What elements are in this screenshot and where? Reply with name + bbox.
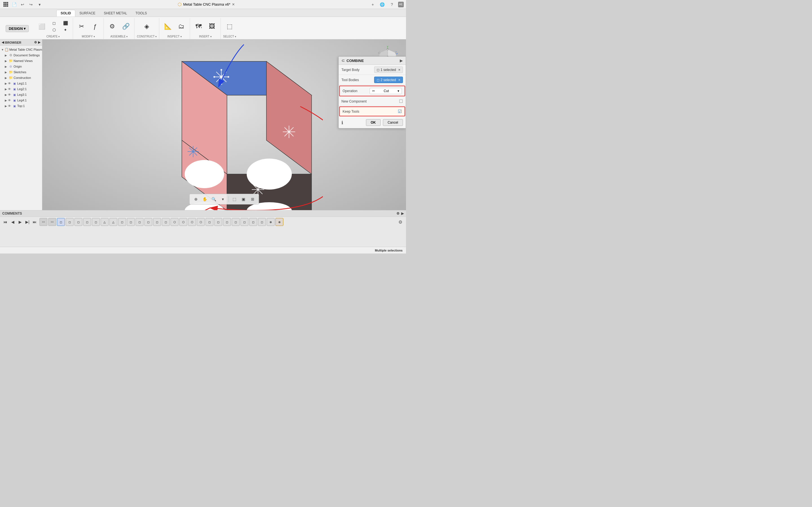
info-icon[interactable]: ℹ bbox=[342, 120, 343, 125]
timeline-item-5[interactable]: ◻ bbox=[74, 218, 82, 226]
vt-snap-btn[interactable]: ⊕ bbox=[192, 195, 200, 203]
modify-press-pull-btn[interactable]: ✂ bbox=[75, 19, 88, 34]
tree-item-doc-settings[interactable]: ▶ ⚙ Document Settings bbox=[0, 52, 42, 58]
target-body-clear-btn[interactable]: × bbox=[398, 68, 400, 72]
create-more1-btn[interactable]: ⬛ bbox=[60, 20, 70, 26]
redo-button[interactable]: ↪ bbox=[28, 1, 35, 8]
app-grid-button[interactable] bbox=[2, 1, 9, 8]
leg1-toggle[interactable]: ▶ bbox=[4, 82, 8, 85]
root-toggle[interactable]: ▼ bbox=[1, 48, 4, 51]
create-extrude-btn[interactable]: ◻ bbox=[49, 20, 59, 26]
vt-display-mode3-btn[interactable]: ⊞ bbox=[249, 195, 257, 203]
design-button[interactable]: DESIGN ▾ bbox=[6, 25, 29, 32]
tree-item-origin[interactable]: ▶ ⊕ Origin bbox=[0, 64, 42, 69]
top-toggle[interactable]: ▶ bbox=[4, 105, 8, 108]
panel-expand-button[interactable]: ▶ bbox=[400, 58, 403, 63]
tree-item-leg3[interactable]: ▶ 👁 ▣ Leg3:1 bbox=[0, 92, 42, 98]
insert-canvas-btn[interactable]: 🖼 bbox=[206, 19, 218, 34]
timeline-play-btn[interactable]: ▶ bbox=[17, 219, 23, 225]
timeline-item-10[interactable]: ◻ bbox=[118, 218, 126, 226]
create-revolve-btn[interactable]: ⬡ bbox=[49, 27, 59, 33]
construct-offset-plane-btn[interactable]: ◈ bbox=[141, 19, 153, 34]
vt-display-mode-btn[interactable]: ⬚ bbox=[231, 195, 239, 203]
timeline-item-27[interactable]: ⊕ bbox=[267, 218, 274, 226]
timeline-item-3[interactable]: ◻ bbox=[57, 218, 65, 226]
timeline-item-8[interactable]: △ bbox=[101, 218, 109, 226]
inspect-group-label[interactable]: INSPECT bbox=[167, 35, 182, 39]
timeline-next-btn[interactable]: ▶| bbox=[24, 219, 31, 225]
timeline-settings-btn[interactable]: ⚙ bbox=[397, 219, 404, 225]
target-body-value[interactable]: ◻ 1 selected × bbox=[374, 66, 403, 73]
close-tab-button[interactable]: × bbox=[232, 2, 235, 7]
tree-item-named-views[interactable]: ▶ 📁 Named Views bbox=[0, 58, 42, 64]
construct-group-label[interactable]: CONSTRUCT bbox=[137, 35, 157, 39]
browser-settings-icon[interactable]: ⚙ bbox=[34, 41, 37, 44]
create-more2-btn[interactable]: ✦ bbox=[60, 27, 70, 33]
timeline-item-25[interactable]: ◻ bbox=[249, 218, 257, 226]
sketches-toggle[interactable]: ▶ bbox=[4, 71, 8, 74]
timeline-item-4[interactable]: ◻ bbox=[66, 218, 73, 226]
timeline-item-2[interactable]: ≡≡ bbox=[48, 218, 56, 226]
select-group-label[interactable]: SELECT bbox=[223, 35, 236, 39]
vt-pan-btn[interactable]: ✋ bbox=[201, 195, 209, 203]
select-btn[interactable]: ⬚ bbox=[223, 19, 236, 34]
assemble-new-component-btn[interactable]: ⚙ bbox=[106, 19, 118, 34]
timeline-item-9[interactable]: △ bbox=[109, 218, 117, 226]
more-button[interactable]: ▾ bbox=[36, 1, 43, 8]
user-avatar[interactable]: AE bbox=[398, 2, 404, 7]
ok-button[interactable]: OK bbox=[366, 119, 380, 126]
leg3-toggle[interactable]: ▶ bbox=[4, 93, 8, 96]
insert-svg-btn[interactable]: 🗺 bbox=[192, 19, 205, 34]
timeline-item-16[interactable]: ⬡ bbox=[170, 218, 179, 226]
tree-item-leg2[interactable]: ▶ 👁 ▣ Leg2:1 bbox=[0, 86, 42, 92]
tree-item-construction[interactable]: ▶ 📁 Construction bbox=[0, 75, 42, 80]
inspect-measure-btn[interactable]: 📐 bbox=[161, 19, 174, 34]
timeline-item-15[interactable]: ◻ bbox=[162, 218, 170, 226]
timeline-end-btn[interactable]: ⏭ bbox=[32, 219, 38, 225]
leg1-visibility-icon[interactable]: 👁 bbox=[8, 82, 11, 85]
timeline-item-20[interactable]: ◻ bbox=[206, 218, 213, 226]
leg4-toggle[interactable]: ▶ bbox=[4, 99, 8, 102]
cancel-button[interactable]: Cancel bbox=[383, 119, 403, 126]
timeline-item-28[interactable]: ⊕ bbox=[275, 218, 283, 226]
timeline-item-14[interactable]: ◻ bbox=[153, 218, 161, 226]
vt-zoom-dropdown-btn[interactable]: ▾ bbox=[219, 195, 227, 203]
inspect-section-analysis-btn[interactable]: 🗂 bbox=[175, 19, 188, 34]
tab-solid[interactable]: SOLID bbox=[56, 10, 75, 17]
tab-tools[interactable]: TOOLS bbox=[132, 10, 151, 17]
timeline-item-17[interactable]: ⬡ bbox=[179, 218, 187, 226]
timeline-item-7[interactable]: ◻ bbox=[92, 218, 100, 226]
timeline-item-23[interactable]: ◻ bbox=[232, 218, 240, 226]
insert-group-label[interactable]: INSERT bbox=[199, 35, 212, 39]
tree-item-leg1[interactable]: ▶ 👁 ▣ Leg1:1 bbox=[0, 80, 42, 86]
help-button[interactable]: ? bbox=[389, 1, 395, 8]
top-visibility-icon[interactable]: 👁 bbox=[8, 104, 11, 108]
modify-fillet-btn[interactable]: ƒ bbox=[89, 19, 101, 34]
tool-bodies-value[interactable]: ◻ 2 selected × bbox=[374, 76, 403, 83]
tool-bodies-clear-btn[interactable]: × bbox=[398, 78, 400, 82]
new-component-checkbox[interactable]: ☐ bbox=[399, 99, 403, 104]
create-new-component-btn[interactable]: ⬜ bbox=[36, 19, 48, 34]
assemble-group-label[interactable]: ASSEMBLE bbox=[110, 35, 128, 39]
doc-settings-toggle[interactable]: ▶ bbox=[4, 54, 8, 57]
timeline-item-6[interactable]: ◻ bbox=[83, 218, 91, 226]
tree-item-root[interactable]: ▼ 📋 Metal Table CNC Plasma v6 ⚙ bbox=[0, 47, 42, 52]
leg2-toggle[interactable]: ▶ bbox=[4, 88, 8, 91]
tree-item-top[interactable]: ▶ 👁 ▣ Top:1 bbox=[0, 103, 42, 109]
construction-toggle[interactable]: ▶ bbox=[4, 76, 8, 79]
named-views-toggle[interactable]: ▶ bbox=[4, 59, 8, 62]
tab-sheet-metal[interactable]: SHEET METAL bbox=[100, 10, 131, 17]
timeline-item-13[interactable]: ◻ bbox=[144, 218, 152, 226]
create-group-label[interactable]: CREATE bbox=[47, 35, 60, 39]
comments-settings-icon[interactable]: ⚙ bbox=[396, 212, 400, 216]
timeline-item-24[interactable]: ◻ bbox=[241, 218, 248, 226]
timeline-item-11[interactable]: ◻ bbox=[127, 218, 135, 226]
leg4-visibility-icon[interactable]: 👁 bbox=[8, 99, 11, 102]
origin-toggle[interactable]: ▶ bbox=[4, 65, 8, 68]
tab-surface[interactable]: SURFACE bbox=[75, 10, 100, 17]
vt-zoom-btn[interactable]: 🔍 bbox=[210, 195, 218, 203]
vt-display-mode2-btn[interactable]: ▣ bbox=[240, 195, 248, 203]
assemble-joint-btn[interactable]: 🔗 bbox=[119, 19, 132, 34]
browser-expand-icon[interactable]: ▶ bbox=[38, 41, 40, 44]
timeline-prev-btn[interactable]: ◀ bbox=[10, 219, 16, 225]
